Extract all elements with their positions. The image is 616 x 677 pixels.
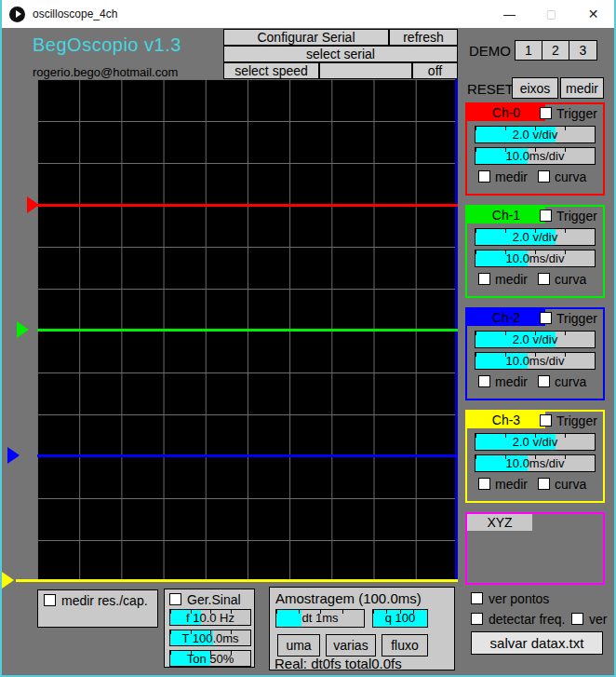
ch1-trigger-checkbox[interactable] (540, 210, 552, 222)
ch0-level-marker[interactable] (27, 196, 39, 213)
ch3-curva-label: curva (555, 477, 586, 492)
ch3-tdiv-slider[interactable]: 10.0ms/div (475, 454, 596, 472)
ch0-tdiv-label: 10.0ms/div (475, 148, 595, 164)
varias-button[interactable]: varias (326, 634, 376, 657)
salvar-datax-button[interactable]: salvar datax.txt (471, 631, 603, 655)
ger-sinal-label: Ger.Sinal (187, 592, 241, 607)
ch2-tdiv-label: 10.0ms/div (475, 353, 595, 369)
configurar-serial-button[interactable]: Configurar Serial (223, 29, 389, 46)
ch2-vdiv-slider[interactable]: 2.0 v/div (475, 331, 596, 348)
ger-sinal-checkbox[interactable] (169, 593, 181, 605)
ch2-tdiv-slider[interactable]: 10.0ms/div (475, 352, 596, 370)
ch0-medir-label: medir (495, 169, 528, 184)
window-title: oscilloscope_4ch (33, 7, 117, 20)
demo-label: DEMO (469, 43, 511, 59)
ch0-curva-label: curva (555, 169, 586, 184)
real-status-text: Real: dt0fs total0.0fs (275, 656, 402, 671)
detectar-freq-checkbox[interactable] (471, 613, 483, 625)
app-title: BegOscopio v1.3 (33, 34, 181, 56)
app-icon (9, 7, 25, 22)
ch3-curva-checkbox[interactable] (538, 478, 550, 490)
ch0-header: Ch-0 (467, 104, 545, 121)
ch1-vdiv-slider[interactable]: 2.0 v/div (475, 228, 596, 246)
channel-panel-ch2: Ch-2 Trigger 2.0 v/div 10.0ms/div medir … (465, 307, 605, 400)
period-slider[interactable]: T 100.0ms (169, 630, 251, 646)
scope-area (2, 79, 460, 582)
demo-3-button[interactable]: 3 (569, 40, 597, 61)
ch1-medir-label: medir (495, 272, 528, 287)
ver-label: ver (589, 612, 607, 627)
title-bar[interactable]: oscilloscope_4ch — ▢ ✕ (2, 0, 614, 28)
ch1-tdiv-slider[interactable]: 10.0ms/div (475, 250, 596, 267)
ch3-medir-checkbox[interactable] (478, 478, 490, 490)
channel-panel-ch3: Ch-3 Trigger 2.0 v/div 10.0ms/div medir … (465, 410, 605, 503)
ver-pontos-label: ver pontos (489, 591, 549, 606)
ch0-tdiv-slider[interactable]: 10.0ms/div (475, 147, 596, 165)
close-button[interactable]: ✕ (572, 0, 614, 28)
ch1-curva-checkbox[interactable] (538, 273, 550, 285)
q-label: q 100 (373, 610, 427, 627)
ver-checkbox[interactable] (571, 613, 583, 625)
ch1-header: Ch-1 (467, 207, 545, 223)
play-icon (16, 10, 21, 18)
reset-medir-button[interactable]: medir (560, 77, 604, 99)
ch2-level-marker[interactable] (7, 447, 20, 464)
dt-label: dt 1ms (276, 610, 364, 627)
ch3-tdiv-label: 10.0ms/div (475, 455, 595, 471)
ch3-trace-line (16, 579, 458, 582)
channel-panel-ch1: Ch-1 Trigger 2.0 v/div 10.0ms/div medir … (465, 205, 605, 298)
ch2-medir-checkbox[interactable] (478, 375, 490, 387)
medir-res-panel: medir res./cap. (37, 589, 158, 628)
ch3-trigger-checkbox[interactable] (540, 414, 552, 427)
select-serial-dropdown[interactable]: select serial (223, 46, 458, 62)
ch1-level-marker[interactable] (17, 321, 29, 338)
ver-pontos-checkbox[interactable] (471, 592, 483, 604)
detectar-freq-label: detectar freq. (489, 612, 566, 627)
ch3-level-marker[interactable] (2, 572, 14, 589)
demo-1-button[interactable]: 1 (515, 40, 542, 61)
freq-slider[interactable]: f 10.0 Hz (169, 609, 251, 626)
uma-button[interactable]: uma (277, 634, 320, 657)
ch2-vdiv-label: 2.0 v/div (475, 332, 595, 347)
reset-label: RESET (467, 81, 514, 97)
ch3-trigger-label: Trigger (556, 413, 597, 428)
xyz-panel: XYZ (465, 512, 605, 585)
fluxo-button[interactable]: fluxo (382, 634, 428, 657)
ch2-trigger-checkbox[interactable] (540, 312, 552, 324)
medir-res-checkbox[interactable] (44, 594, 56, 606)
demo-2-button[interactable]: 2 (542, 40, 569, 61)
period-label: T 100.0ms (170, 630, 250, 645)
author-email: rogerio.bego@hotmail.com (33, 65, 178, 79)
amostragem-panel: Amostragem (100.0ms) dt 1ms q 100 uma va… (269, 587, 455, 670)
ch1-trace-line (37, 329, 458, 332)
refresh-button[interactable]: refresh (389, 29, 458, 46)
minimize-button[interactable]: — (489, 0, 530, 28)
ton-slider[interactable]: Ton 50% (169, 650, 251, 667)
q-slider[interactable]: q 100 (372, 609, 428, 628)
ch0-vdiv-slider[interactable]: 2.0 v/div (475, 126, 596, 143)
channel-panel-ch0: Ch-0 Trigger 2.0 v/div 10.0ms/div medir … (465, 102, 605, 196)
ch0-trigger-checkbox[interactable] (540, 107, 552, 119)
xyz-header: XYZ (467, 514, 532, 531)
ch1-curva-label: curva (555, 272, 586, 287)
ch2-curva-checkbox[interactable] (538, 375, 550, 387)
reset-eixos-button[interactable]: eixos (512, 77, 558, 99)
ch2-header: Ch-2 (467, 309, 545, 326)
ch1-vdiv-label: 2.0 v/div (475, 229, 595, 245)
ch0-curva-checkbox[interactable] (538, 170, 550, 183)
ch0-medir-checkbox[interactable] (478, 170, 490, 183)
dt-slider[interactable]: dt 1ms (275, 609, 365, 628)
ch3-header: Ch-3 (467, 412, 545, 428)
window-controls: — ▢ ✕ (489, 0, 614, 28)
ch3-vdiv-slider[interactable]: 2.0 v/div (475, 433, 596, 451)
ch3-vdiv-label: 2.0 v/div (475, 434, 595, 450)
ch3-medir-label: medir (495, 477, 528, 492)
maximize-button[interactable]: ▢ (530, 0, 572, 28)
ch1-medir-checkbox[interactable] (478, 273, 490, 285)
ch1-trigger-label: Trigger (556, 209, 597, 223)
speed-value-dropdown[interactable] (319, 62, 412, 79)
select-speed-label[interactable]: select speed (223, 62, 319, 79)
serial-off-button[interactable]: off (412, 62, 458, 79)
ch2-trigger-label: Trigger (556, 311, 597, 326)
ton-label: Ton 50% (170, 651, 250, 666)
